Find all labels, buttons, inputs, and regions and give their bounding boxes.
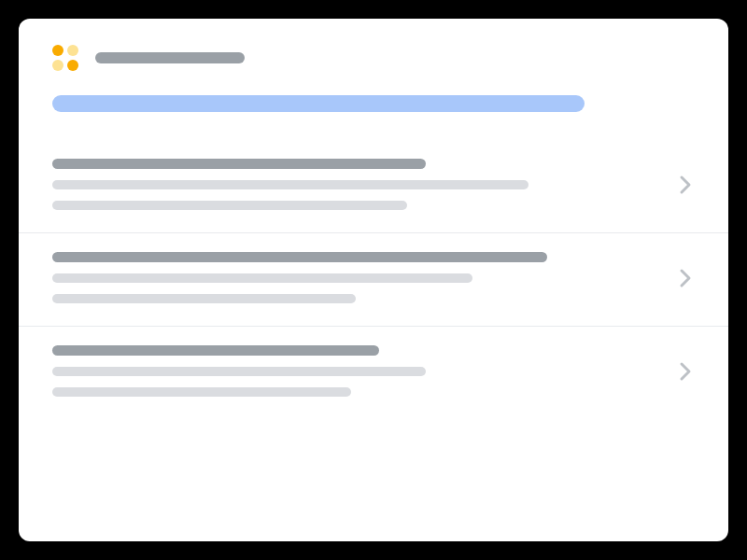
item-title-placeholder: [52, 252, 547, 262]
list-item[interactable]: [19, 233, 728, 327]
item-line-placeholder: [52, 367, 426, 376]
content-card: [19, 19, 728, 541]
item-line-placeholder: [52, 387, 351, 397]
list-item[interactable]: [19, 140, 728, 233]
header-title-placeholder: [95, 52, 245, 63]
item-line-placeholder: [52, 273, 472, 283]
list-item[interactable]: [19, 327, 728, 419]
item-title-placeholder: [52, 345, 379, 356]
highlight-bar: [52, 95, 585, 112]
chevron-right-icon: [676, 175, 695, 194]
four-dot-logo-icon: [52, 45, 78, 71]
item-line-placeholder: [52, 201, 407, 210]
list-item-content: [52, 252, 657, 303]
list-item-content: [52, 345, 657, 397]
item-line-placeholder: [52, 180, 529, 189]
item-title-placeholder: [52, 159, 426, 169]
list-item-content: [52, 159, 657, 210]
chevron-right-icon: [676, 269, 695, 287]
header: [52, 45, 695, 71]
item-line-placeholder: [52, 294, 356, 303]
chevron-right-icon: [676, 362, 695, 381]
result-list: [19, 140, 728, 419]
